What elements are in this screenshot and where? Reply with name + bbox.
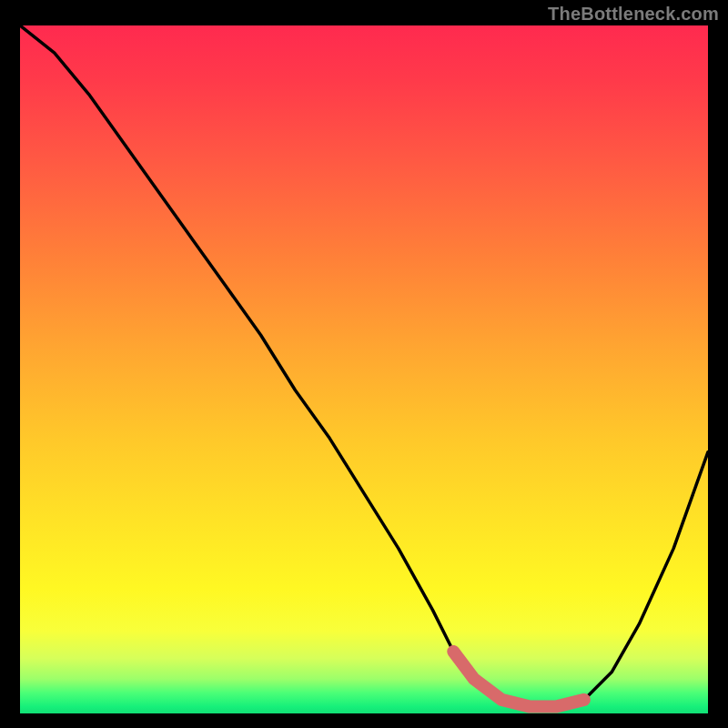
chart-container: TheBottleneck.com xyxy=(0,0,728,728)
plot-area xyxy=(20,25,708,713)
bottom-border xyxy=(0,713,728,728)
highlight-segment xyxy=(453,652,584,706)
main-curve xyxy=(20,25,708,706)
watermark-label: TheBottleneck.com xyxy=(548,4,719,25)
curve-layer xyxy=(20,25,708,713)
